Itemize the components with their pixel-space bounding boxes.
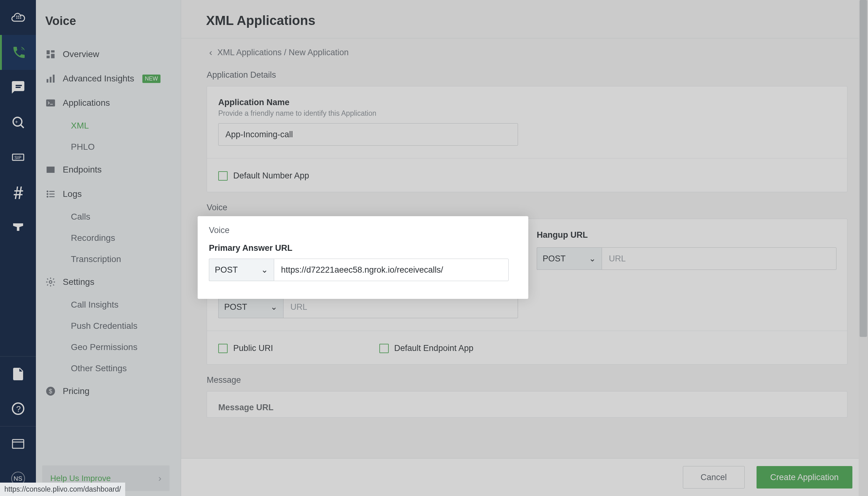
dollar-icon: $ bbox=[45, 386, 56, 397]
terminal-icon bbox=[45, 98, 56, 108]
nav-endpoints[interactable]: Endpoints bbox=[36, 157, 181, 182]
svg-text:?: ? bbox=[16, 404, 20, 414]
nav-phlo[interactable]: PHLO bbox=[36, 136, 181, 157]
page-title: XML Applications bbox=[181, 0, 868, 38]
svg-rect-16 bbox=[46, 56, 50, 58]
nav-overview[interactable]: Overview bbox=[36, 42, 181, 66]
nav-geo-permissions[interactable]: Geo Permissions bbox=[36, 337, 181, 358]
highlight-primary-url-input[interactable] bbox=[274, 259, 509, 281]
nav-settings[interactable]: Settings bbox=[36, 270, 181, 294]
message-url-label: Message URL bbox=[218, 403, 836, 413]
cancel-button[interactable]: Cancel bbox=[683, 466, 745, 489]
svg-rect-13 bbox=[46, 50, 50, 54]
dashboard-icon bbox=[45, 49, 56, 60]
svg-point-27 bbox=[49, 281, 52, 283]
chevron-left-icon: ‹ bbox=[209, 47, 212, 58]
fallback-method-value: POST bbox=[224, 302, 247, 312]
svg-point-23 bbox=[46, 193, 48, 195]
nav-other-settings[interactable]: Other Settings bbox=[36, 358, 181, 379]
highlight-voice-primary: Voice Primary Answer URL POST ⌄ bbox=[198, 216, 528, 299]
default-endpoint-checkbox-row[interactable]: Default Endpoint App bbox=[379, 343, 474, 353]
numbers-icon[interactable] bbox=[0, 175, 36, 210]
hangup-method-value: POST bbox=[543, 254, 566, 264]
bar-chart-icon bbox=[45, 73, 56, 84]
checkbox-icon bbox=[379, 344, 389, 353]
svg-text:$: $ bbox=[49, 388, 52, 394]
icon-sidebar: + SIP ? NS bbox=[0, 0, 36, 496]
cloud-apps-icon[interactable] bbox=[0, 0, 36, 35]
nav-title: Voice bbox=[36, 0, 181, 42]
breadcrumb-text: XML Applications / New Application bbox=[217, 48, 349, 57]
chevron-down-icon: ⌄ bbox=[261, 265, 268, 275]
scrollbar-track[interactable] bbox=[859, 0, 868, 496]
message-card: Message URL bbox=[207, 391, 848, 418]
docs-icon[interactable] bbox=[0, 356, 36, 391]
default-number-label: Default Number App bbox=[233, 171, 309, 181]
nav-settings-label: Settings bbox=[63, 277, 94, 287]
app-name-label: Application Name bbox=[218, 98, 836, 107]
nav-sidebar: Voice Overview Advanced Insights NEW App… bbox=[36, 0, 181, 496]
billing-icon[interactable] bbox=[0, 426, 36, 461]
svg-rect-19 bbox=[53, 75, 55, 83]
status-bar-url: https://console.plivo.com/dashboard/ bbox=[0, 483, 125, 496]
svg-point-1 bbox=[18, 17, 19, 19]
app-details-card: Application Name Provide a friendly name… bbox=[207, 86, 848, 192]
default-number-checkbox-row[interactable]: Default Number App bbox=[218, 171, 836, 181]
list-icon bbox=[45, 189, 56, 199]
sip-icon[interactable]: SIP bbox=[0, 140, 36, 175]
nav-pricing[interactable]: $ Pricing bbox=[36, 379, 181, 403]
app-name-hint: Provide a friendly name to identify this… bbox=[218, 109, 836, 118]
highlight-method-select[interactable]: POST ⌄ bbox=[209, 259, 274, 281]
nav-logs-label: Logs bbox=[63, 189, 82, 199]
svg-point-25 bbox=[46, 196, 48, 198]
public-uri-label: Public URI bbox=[233, 343, 273, 353]
svg-rect-20 bbox=[46, 99, 55, 107]
chevron-down-icon: ⌄ bbox=[270, 302, 278, 312]
svg-rect-22 bbox=[49, 191, 55, 192]
nav-applications[interactable]: Applications bbox=[36, 91, 181, 115]
svg-text:SIP: SIP bbox=[14, 155, 21, 160]
messaging-icon[interactable] bbox=[0, 70, 36, 105]
breadcrumb[interactable]: ‹ XML Applications / New Application bbox=[181, 38, 868, 64]
nav-xml[interactable]: XML bbox=[36, 115, 181, 136]
checkbox-icon bbox=[218, 344, 228, 353]
help-improve-label: Help Us Improve bbox=[50, 474, 111, 483]
nav-logs[interactable]: Logs bbox=[36, 182, 181, 206]
svg-text:+: + bbox=[15, 119, 18, 124]
help-icon[interactable]: ? bbox=[0, 391, 36, 426]
create-application-button[interactable]: Create Application bbox=[757, 466, 852, 489]
public-uri-checkbox-row[interactable]: Public URI bbox=[218, 343, 273, 353]
nav-call-insights[interactable]: Call Insights bbox=[36, 294, 181, 315]
highlight-method-value: POST bbox=[215, 265, 238, 275]
nav-push-credentials[interactable]: Push Credentials bbox=[36, 315, 181, 337]
nav-transcription[interactable]: Transcription bbox=[36, 249, 181, 270]
hangup-url-label: Hangup URL bbox=[537, 230, 837, 240]
new-badge: NEW bbox=[143, 75, 161, 83]
nav-endpoints-label: Endpoints bbox=[63, 165, 102, 175]
fallback-url-input[interactable] bbox=[283, 296, 518, 318]
svg-point-5 bbox=[20, 16, 21, 17]
chevron-down-icon: ⌄ bbox=[589, 253, 596, 264]
voice-icon[interactable] bbox=[0, 35, 36, 70]
zentrunk-icon[interactable] bbox=[0, 210, 36, 245]
svg-point-0 bbox=[16, 17, 17, 19]
nav-recordings[interactable]: Recordings bbox=[36, 228, 181, 249]
svg-rect-18 bbox=[50, 77, 51, 82]
nav-advanced-insights[interactable]: Advanced Insights NEW bbox=[36, 66, 181, 91]
svg-point-2 bbox=[20, 17, 21, 19]
nav-applications-label: Applications bbox=[63, 98, 110, 108]
chevron-right-icon: › bbox=[158, 473, 161, 483]
svg-rect-24 bbox=[49, 194, 55, 195]
checkbox-icon bbox=[218, 171, 228, 181]
hangup-method-select[interactable]: POST ⌄ bbox=[537, 247, 602, 270]
hangup-url-input[interactable] bbox=[602, 247, 837, 270]
app-name-input[interactable] bbox=[218, 123, 518, 146]
highlight-voice-label: Voice bbox=[209, 226, 517, 235]
scrollbar-thumb[interactable] bbox=[859, 0, 867, 337]
inbox-icon bbox=[45, 165, 56, 175]
nav-overview-label: Overview bbox=[63, 49, 99, 59]
fallback-method-select[interactable]: POST ⌄ bbox=[218, 296, 283, 318]
nav-calls[interactable]: Calls bbox=[36, 206, 181, 228]
svg-rect-12 bbox=[13, 439, 24, 448]
lookup-icon[interactable]: + bbox=[0, 105, 36, 140]
